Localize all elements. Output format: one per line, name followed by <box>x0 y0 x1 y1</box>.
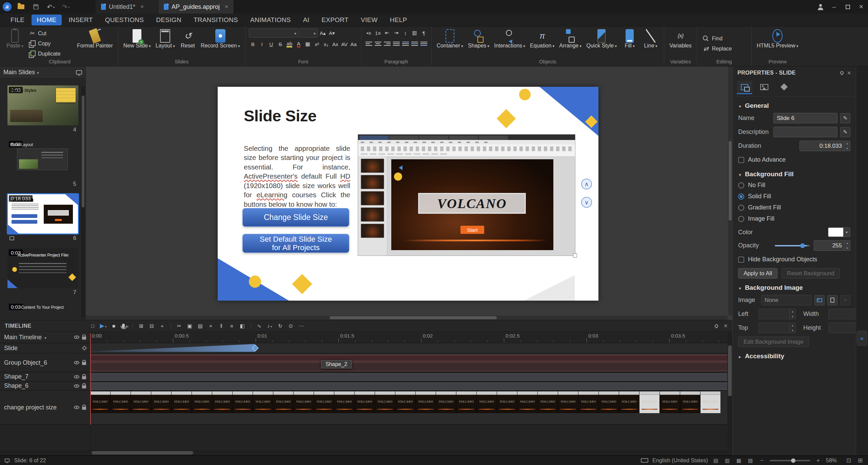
maximize-button[interactable] <box>841 0 854 14</box>
video-frame[interactable]: VOLCANO <box>660 391 680 413</box>
video-frame[interactable]: VOLCANO <box>192 391 212 413</box>
format-painter-button[interactable]: Format Painter <box>75 28 115 59</box>
gradient-fill-radio[interactable]: Gradient Fill <box>738 202 850 213</box>
menu-item[interactable]: ANIMATIONS <box>245 15 296 25</box>
timeline-ruler[interactable]: 0:000:00.50:010:01.50:020:02.50:030:03.5 <box>90 332 732 343</box>
edit-description-button[interactable] <box>840 127 850 137</box>
shrink-font-button[interactable]: A▾ <box>328 29 336 38</box>
video-frame[interactable]: VOLCANO <box>416 391 436 413</box>
align-left-button[interactable] <box>365 39 373 48</box>
change-case-button[interactable]: Aa <box>350 40 358 48</box>
font-size-select[interactable] <box>299 28 318 38</box>
html5-preview-button[interactable]: HTML5 Preview <box>755 28 800 59</box>
timeline-track-row[interactable]: Shape_6 <box>0 382 732 391</box>
timeline-track-row[interactable]: change project size VOLCANOVOLCANOVOLCAN… <box>0 391 732 425</box>
menu-item[interactable]: FILE <box>5 15 29 25</box>
menu-item[interactable]: QUESTIONS <box>100 15 149 25</box>
text-direction-button[interactable]: ¶ <box>420 28 428 37</box>
duplicate-button[interactable]: Duplicate <box>26 49 74 58</box>
text-border-button[interactable]: ▦ <box>304 40 312 48</box>
reset-button[interactable]: Reset <box>178 28 198 59</box>
video-frame[interactable]: VOLCANO <box>233 391 253 413</box>
video-frame[interactable]: VOLCANO <box>172 391 192 413</box>
interactions-button[interactable]: Interactions <box>492 28 527 59</box>
track-lane[interactable] <box>90 353 732 372</box>
menu-item[interactable]: TRANSITIONS <box>189 15 243 25</box>
slide-thumbnail[interactable]: 0:03 ActivePresenter Project Files 7 <box>7 248 78 297</box>
eye-icon[interactable] <box>74 384 79 388</box>
char-spacing-button[interactable]: AV <box>340 40 349 48</box>
stop-button[interactable]: ■ <box>109 322 118 330</box>
eye-icon[interactable] <box>74 406 79 409</box>
color-picker[interactable] <box>828 227 850 237</box>
video-frame[interactable]: VOLCANO <box>517 391 538 413</box>
set-default-slide-size-button[interactable]: Set Default Slide Size for All Projects <box>242 234 349 253</box>
save-button[interactable] <box>29 0 43 14</box>
eye-icon[interactable] <box>74 336 79 339</box>
superscript-button[interactable]: x² <box>313 40 321 48</box>
tab-slide-properties[interactable] <box>737 81 752 94</box>
line-button[interactable]: Line <box>641 28 660 59</box>
video-frame[interactable]: VOLCANO <box>680 391 701 413</box>
slides-scrollbar[interactable] <box>81 86 85 318</box>
video-frame[interactable]: VOLCANO <box>558 391 578 413</box>
timeline-track-row[interactable]: Shape_7 <box>0 372 732 382</box>
underline-button[interactable]: U <box>267 40 275 48</box>
no-fill-radio[interactable]: No Fill <box>738 180 850 190</box>
language-indicator[interactable]: English (United States) <box>652 458 708 464</box>
duration-input[interactable] <box>800 141 850 151</box>
slide-name-input[interactable] <box>773 113 837 123</box>
align-middle-button[interactable] <box>411 39 419 48</box>
timeline-horizontal-scrollbar[interactable] <box>0 450 732 456</box>
collapse-panel-button[interactable]: « <box>857 331 867 346</box>
remove-time-button[interactable]: ⊟ <box>147 322 156 330</box>
hide-background-objects-checkbox[interactable] <box>738 257 744 263</box>
layout-button[interactable]: Layout <box>154 28 177 59</box>
video-frame[interactable]: VOLCANO <box>273 391 294 413</box>
audio-button[interactable]: ♪ <box>265 322 274 330</box>
justify-button[interactable] <box>392 39 400 48</box>
menu-item[interactable]: HOME <box>32 15 61 25</box>
snap-toggle-button[interactable]: ⊙ <box>286 322 295 330</box>
reset-background-button[interactable]: Reset Background <box>782 268 840 279</box>
record-narration-button[interactable] <box>120 322 129 330</box>
slide-thumbnail[interactable]: 0:18.033 6 <box>7 194 78 243</box>
arrange-button[interactable]: Arrange <box>557 28 583 59</box>
slide-thumbnail[interactable]: 0:03 Content To Your Project 8 <box>7 302 78 320</box>
pin-icon[interactable] <box>714 323 719 328</box>
lock-icon[interactable] <box>82 385 86 388</box>
video-frame[interactable]: VOLCANO <box>294 391 314 413</box>
menu-item[interactable]: HELP <box>385 15 412 25</box>
video-frame[interactable]: VOLCANO <box>456 391 477 413</box>
video-frame[interactable]: VOLCANO <box>151 391 172 413</box>
cut-button[interactable]: Cut <box>26 29 74 38</box>
video-frame[interactable]: VOLCANO <box>314 391 334 413</box>
view-mode-1-button[interactable] <box>712 457 719 464</box>
lock-icon[interactable] <box>82 407 86 410</box>
timeline-close-button[interactable]: × <box>724 322 728 330</box>
image-fill-radio[interactable]: Image Fill <box>738 214 850 224</box>
document-tab[interactable]: Untitled1* × <box>96 0 158 14</box>
fill-button[interactable]: Fill <box>620 28 639 59</box>
lock-icon[interactable] <box>82 337 86 340</box>
track-lane[interactable]: VOLCANOVOLCANOVOLCANOVOLCANOVOLCANOVOLCA… <box>90 391 732 424</box>
paste-object-button[interactable]: ▤ <box>196 322 205 330</box>
play-button[interactable]: ▶ <box>99 322 108 330</box>
slide-thumbnail[interactable]: 0:03 Theme Styles 4 <box>7 85 78 134</box>
track-lane[interactable] <box>90 343 732 353</box>
monitor-icon[interactable] <box>76 70 82 75</box>
keyboard-icon[interactable] <box>641 458 648 463</box>
timeline-track-row[interactable]: Slide <box>0 343 732 353</box>
lock-object-button[interactable]: ‖ <box>217 322 226 330</box>
slide-thumbnail[interactable]: 0:03 Pane Layout 5 <box>7 140 78 188</box>
tag-icon[interactable] <box>82 346 87 350</box>
subscript-button[interactable]: x₂ <box>322 40 330 48</box>
align-center-button[interactable] <box>374 39 382 48</box>
video-frame[interactable]: VOLCANO <box>497 391 517 413</box>
slide-title[interactable]: Slide Size <box>244 106 316 125</box>
align-bottom-button[interactable] <box>420 39 428 48</box>
font-family-select[interactable] <box>249 28 298 38</box>
close-window-button[interactable]: × <box>854 0 868 14</box>
tab-effects[interactable] <box>776 81 792 94</box>
bold-button[interactable]: B <box>249 40 257 48</box>
